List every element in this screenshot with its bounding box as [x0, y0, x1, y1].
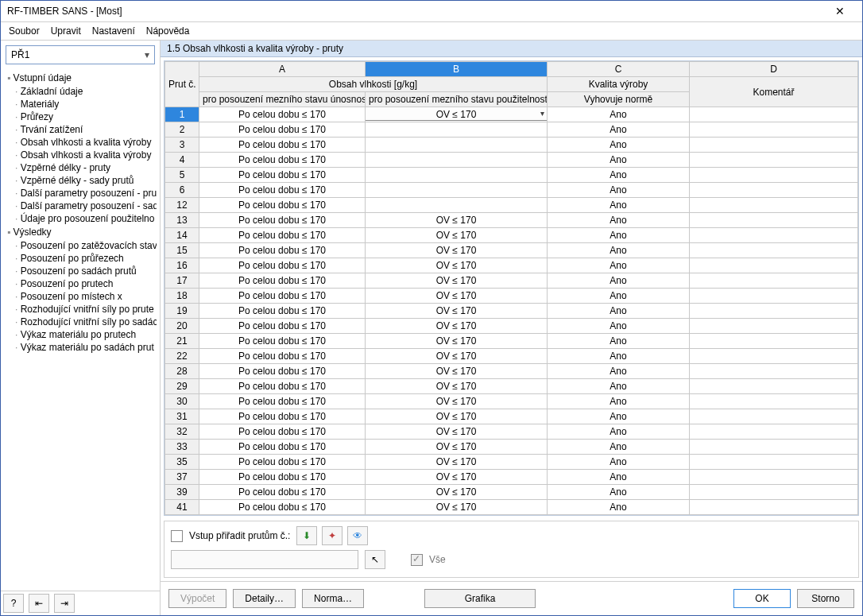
cell-a[interactable]: Po celou dobu ≤ 170 — [199, 409, 366, 424]
cell-c[interactable]: Ano — [548, 379, 690, 394]
cell-c[interactable]: Ano — [548, 470, 690, 485]
cell-b[interactable]: OV ≤ 170 — [366, 289, 548, 304]
next-icon[interactable]: ⇥ — [54, 594, 75, 613]
table-row[interactable]: 19Po celou dobu ≤ 170OV ≤ 170Ano — [165, 304, 858, 319]
cell-b[interactable]: OV ≤ 170 — [366, 515, 548, 517]
nav-result-item[interactable]: Posouzení po místech x — [4, 290, 157, 303]
cell-a[interactable]: Po celou dobu ≤ 170 — [199, 379, 366, 394]
row-number[interactable]: 14 — [165, 228, 199, 243]
table-row[interactable]: 13Po celou dobu ≤ 170OV ≤ 170Ano — [165, 213, 858, 228]
row-number[interactable]: 12 — [165, 198, 199, 213]
row-number[interactable]: 5 — [165, 168, 199, 183]
cell-d[interactable] — [690, 289, 858, 304]
graphics-button[interactable]: Grafika — [424, 589, 536, 608]
cell-b[interactable]: OV ≤ 170 — [366, 213, 548, 228]
cell-b[interactable]: OV ≤ 170 — [366, 379, 548, 394]
table-row[interactable]: 41Po celou dobu ≤ 170OV ≤ 170Ano — [165, 500, 858, 515]
nav-input-item[interactable]: Obsah vlhkosti a kvalita výroby — [4, 136, 157, 149]
menu-help[interactable]: Nápověda — [146, 25, 190, 37]
cell-b[interactable]: OV ≤ 170 — [366, 243, 548, 258]
cell-d[interactable] — [690, 394, 858, 409]
row-number[interactable]: 19 — [165, 304, 199, 319]
row-number[interactable]: 37 — [165, 470, 199, 485]
table-row[interactable]: 28Po celou dobu ≤ 170OV ≤ 170Ano — [165, 364, 858, 379]
table-row[interactable]: 17Po celou dobu ≤ 170OV ≤ 170Ano — [165, 273, 858, 289]
table-row[interactable]: 42Po celou dobu ≤ 170OV ≤ 170Ano — [165, 515, 858, 517]
nav-input-item[interactable]: Další parametry posouzení - sad — [4, 200, 157, 212]
cell-a[interactable]: Po celou dobu ≤ 170 — [199, 122, 366, 138]
cell-d[interactable] — [690, 485, 858, 500]
cell-d[interactable] — [690, 304, 858, 319]
row-number[interactable]: 6 — [165, 183, 199, 198]
cell-d[interactable] — [690, 183, 858, 198]
cell-c[interactable]: Ano — [548, 409, 690, 424]
row-number[interactable]: 22 — [165, 349, 199, 364]
case-selector[interactable]: PŘ1 — [6, 45, 155, 64]
cell-d[interactable] — [690, 515, 858, 517]
row-number[interactable]: 18 — [165, 289, 199, 304]
cell-a[interactable]: Po celou dobu ≤ 170 — [199, 168, 366, 183]
cell-a[interactable]: Po celou dobu ≤ 170 — [199, 394, 366, 409]
row-number[interactable]: 39 — [165, 485, 199, 500]
nav-input-item[interactable]: Obsah vlhkosti a kvalita výroby — [4, 149, 157, 161]
table-row[interactable]: 32Po celou dobu ≤ 170OV ≤ 170Ano — [165, 424, 858, 440]
nav-group-input[interactable]: Vstupní údaje — [4, 71, 157, 85]
cell-b-dropdown[interactable]: OV do 170OV mezi 170 a 200OV překračuje … — [366, 120, 548, 122]
cell-c[interactable]: Ano — [548, 440, 690, 455]
row-number[interactable]: 41 — [165, 500, 199, 515]
cell-c[interactable]: Ano — [548, 394, 690, 409]
cell-b[interactable]: OV ≤ 170 — [366, 440, 548, 455]
cell-d[interactable] — [690, 198, 858, 213]
table-row[interactable]: 35Po celou dobu ≤ 170OV ≤ 170Ano — [165, 455, 858, 470]
row-number[interactable]: 29 — [165, 379, 199, 394]
cell-a[interactable]: Po celou dobu ≤ 170 — [199, 334, 366, 349]
cell-b[interactable] — [366, 168, 548, 183]
cell-c[interactable]: Ano — [548, 153, 690, 168]
cell-c[interactable]: Ano — [548, 107, 690, 122]
cell-d[interactable] — [690, 122, 858, 138]
cell-d[interactable] — [690, 213, 858, 228]
cell-c[interactable]: Ano — [548, 198, 690, 213]
cell-b[interactable] — [366, 122, 548, 138]
cell-c[interactable]: Ano — [548, 334, 690, 349]
cell-b[interactable]: OV ≤ 170 — [366, 334, 548, 349]
nav-input-item[interactable]: Údaje pro posouzení použitelno — [4, 212, 157, 225]
cell-c[interactable]: Ano — [548, 485, 690, 500]
row-number[interactable]: 20 — [165, 319, 199, 334]
nav-input-item[interactable]: Průřezy — [4, 110, 157, 123]
cell-b[interactable]: OV ≤ 170 — [366, 273, 548, 289]
all-checkbox[interactable]: ✓ — [411, 554, 423, 566]
cell-d[interactable] — [690, 455, 858, 470]
nav-result-item[interactable]: Posouzení po sadách prutů — [4, 265, 157, 277]
menu-file[interactable]: Soubor — [9, 25, 40, 37]
cell-a[interactable]: Po celou dobu ≤ 170 — [199, 440, 366, 455]
row-number[interactable]: 16 — [165, 258, 199, 273]
table-row[interactable]: 6Po celou dobu ≤ 170Ano — [165, 183, 858, 198]
cell-b[interactable] — [366, 183, 548, 198]
cell-a[interactable]: Po celou dobu ≤ 170 — [199, 213, 366, 228]
cell-d[interactable] — [690, 349, 858, 364]
prev-icon[interactable]: ⇤ — [29, 594, 49, 613]
ok-button[interactable]: OK — [733, 589, 791, 608]
excel-export-icon[interactable]: ⬇ — [296, 526, 317, 545]
cell-c[interactable]: Ano — [548, 319, 690, 334]
table-row[interactable]: 18Po celou dobu ≤ 170OV ≤ 170Ano — [165, 289, 858, 304]
cell-d[interactable] — [690, 258, 858, 273]
cell-a[interactable]: Po celou dobu ≤ 170 — [199, 183, 366, 198]
cell-b[interactable]: OV ≤ 170 — [366, 349, 548, 364]
help-icon[interactable]: ? — [3, 594, 24, 613]
cell-b[interactable]: OV ≤ 170 — [366, 394, 548, 409]
cell-d[interactable] — [690, 409, 858, 424]
cell-c[interactable]: Ano — [548, 122, 690, 138]
table-row[interactable]: 2Po celou dobu ≤ 170Ano — [165, 122, 858, 138]
cell-a[interactable]: Po celou dobu ≤ 170 — [199, 349, 366, 364]
cell-d[interactable] — [690, 273, 858, 289]
cell-d[interactable] — [690, 243, 858, 258]
cell-a[interactable]: Po celou dobu ≤ 170 — [199, 273, 366, 289]
calc-button[interactable]: Výpočet — [168, 589, 226, 608]
cell-d[interactable] — [690, 364, 858, 379]
cell-c[interactable]: Ano — [548, 289, 690, 304]
details-button[interactable]: Detaily… — [233, 589, 296, 608]
cell-b[interactable]: OV ≤ 170 — [366, 409, 548, 424]
row-number[interactable]: 31 — [165, 409, 199, 424]
